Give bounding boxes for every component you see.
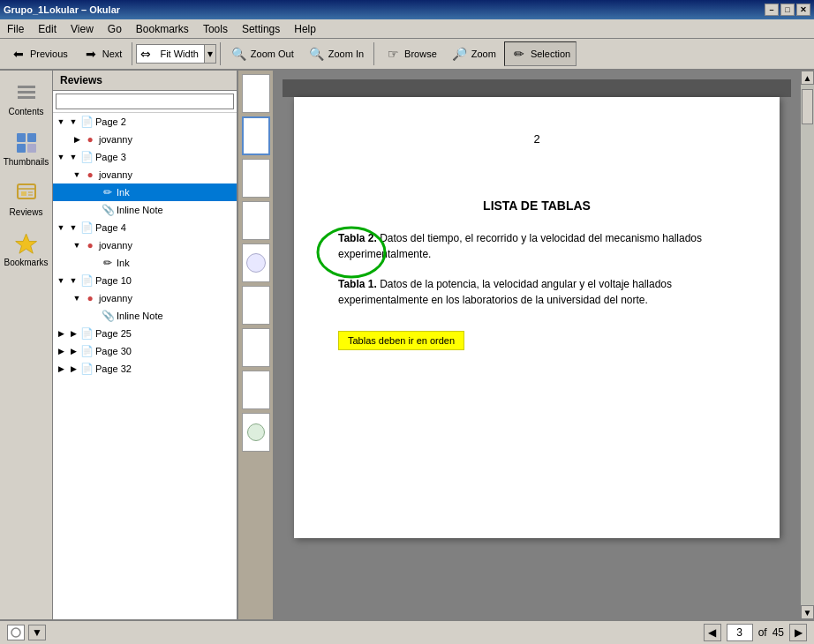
sidebar-item-bookmarks[interactable]: Bookmarks — [4, 225, 49, 272]
expander2-page25[interactable]: ▶ — [67, 327, 79, 340]
expander-jovanny2[interactable]: ▶ — [71, 133, 83, 146]
thumbnail-2[interactable] — [242, 116, 270, 155]
selection-button[interactable]: ✏ Selection — [504, 41, 577, 66]
expander2-page2[interactable]: ▼ — [67, 116, 79, 128]
scroll-thumb[interactable] — [802, 89, 813, 124]
tree-inlinenote10[interactable]: 📎 Inline Note — [53, 307, 237, 325]
tree-ink3[interactable]: ✏ Ink — [53, 183, 237, 201]
thumbnail-9[interactable] — [242, 413, 270, 452]
minimize-button[interactable]: – — [765, 4, 779, 16]
page-number-input[interactable]: 3 — [727, 624, 753, 641]
content-area: 2 LISTA DE TABLAS Tabla 2. Datos del tie… — [274, 71, 800, 619]
zoom-in-label: Zoom In — [328, 49, 364, 59]
tree-page3[interactable]: ▼ ▼ 📄 Page 3 — [53, 148, 237, 166]
menu-help[interactable]: Help — [289, 21, 321, 37]
expander-page30[interactable]: ▶ — [55, 345, 67, 357]
expander2-page4[interactable]: ▼ — [67, 221, 79, 234]
tree-page32[interactable]: ▶ ▶ 📄 Page 32 — [53, 360, 237, 378]
bookmarks-label: Bookmarks — [4, 258, 49, 267]
tree-ink4[interactable]: ✏ Ink — [53, 254, 237, 272]
sidebar-item-contents[interactable]: Contents — [4, 74, 49, 121]
close-button[interactable]: ✕ — [796, 4, 810, 16]
browse-button[interactable]: ☞ Browse — [378, 41, 443, 66]
expander2-page32[interactable]: ▶ — [67, 363, 79, 375]
expander-page32[interactable]: ▶ — [55, 363, 67, 375]
menu-view[interactable]: View — [65, 21, 99, 37]
zoom-out-button[interactable]: 🔍 Zoom Out — [224, 41, 300, 66]
nav-prev-button[interactable]: ◀ — [704, 624, 721, 641]
inlinenote3-label: Inline Note — [115, 205, 163, 215]
expander-page10[interactable]: ▼ — [55, 274, 67, 287]
scroll-down-button[interactable]: ▼ — [801, 605, 814, 619]
thumbnail-6[interactable] — [242, 286, 270, 325]
scroll-track[interactable] — [801, 85, 814, 605]
tree-jovanny2[interactable]: ▶ ● jovanny — [53, 131, 237, 148]
expander-inlinenote3[interactable] — [88, 204, 101, 216]
thumbnail-3[interactable] — [242, 159, 270, 198]
previous-button[interactable]: ⬅ Previous — [4, 41, 74, 66]
expander-page2[interactable]: ▼ — [55, 116, 67, 128]
expander-ink4[interactable] — [88, 257, 101, 269]
fit-width-dropdown[interactable]: ▾ — [204, 45, 215, 63]
reviews-panel-header: Reviews — [53, 71, 237, 91]
expander-page4[interactable]: ▼ — [55, 221, 67, 234]
thumbnail-4[interactable] — [242, 201, 270, 240]
svg-marker-12 — [15, 234, 36, 253]
thumbnail-7[interactable] — [242, 328, 270, 367]
expander-jovanny3[interactable]: ▼ — [71, 168, 83, 181]
zoom-button[interactable]: 🔎 Zoom — [445, 41, 502, 66]
selection-label: Selection — [531, 49, 570, 59]
menu-settings[interactable]: Settings — [237, 21, 285, 37]
browse-icon: ☞ — [384, 45, 402, 63]
user-icon-3: ● — [83, 168, 97, 182]
nav-next-button[interactable]: ▶ — [789, 624, 807, 641]
tree-jovanny10[interactable]: ▼ ● jovanny — [53, 289, 237, 307]
page32-label: Page 32 — [94, 363, 132, 374]
sidebar-item-reviews[interactable]: Reviews — [4, 175, 49, 221]
expander2-page3[interactable]: ▼ — [67, 151, 79, 163]
thumbnail-1[interactable] — [242, 74, 270, 113]
zoom-icon: 🔎 — [451, 45, 469, 63]
expander-page25[interactable]: ▶ — [55, 327, 67, 340]
expander-jovanny4[interactable]: ▼ — [71, 239, 83, 251]
tree-page10[interactable]: ▼ ▼ 📄 Page 10 — [53, 272, 237, 289]
contents-icon — [12, 79, 41, 107]
thumbnail-5[interactable] — [242, 243, 270, 282]
menu-file[interactable]: File — [2, 21, 29, 37]
expander2-page10[interactable]: ▼ — [67, 274, 79, 287]
zoom-in-button[interactable]: 🔍 Zoom In — [302, 41, 370, 66]
reviews-search-input[interactable] — [56, 94, 234, 109]
expander-page3[interactable]: ▼ — [55, 151, 67, 163]
maximize-button[interactable]: □ — [780, 4, 795, 16]
tree-jovanny3[interactable]: ▼ ● jovanny — [53, 166, 237, 183]
browse-label: Browse — [404, 49, 437, 59]
menu-bookmarks[interactable]: Bookmarks — [131, 21, 194, 37]
tree-page30[interactable]: ▶ ▶ 📄 Page 30 — [53, 342, 237, 360]
thumbnail-8[interactable] — [242, 371, 270, 409]
note-icon-3: 📎 — [101, 203, 115, 217]
svg-rect-9 — [21, 191, 26, 196]
tree-jovanny4[interactable]: ▼ ● jovanny — [53, 236, 237, 254]
scroll-up-button[interactable]: ▲ — [801, 71, 814, 85]
menu-go[interactable]: Go — [102, 21, 127, 37]
tree-page25[interactable]: ▶ ▶ 📄 Page 25 — [53, 325, 237, 342]
next-button[interactable]: ➡ Next — [76, 41, 129, 66]
expander-jovanny10[interactable]: ▼ — [71, 292, 83, 304]
tree-inlinenote3[interactable]: 📎 Inline Note — [53, 201, 237, 219]
svg-rect-4 — [27, 133, 36, 142]
page10-label: Page 10 — [94, 275, 132, 286]
page3-label: Page 3 — [94, 152, 126, 162]
menu-edit[interactable]: Edit — [33, 21, 62, 37]
svg-rect-6 — [27, 144, 36, 153]
expander2-page30[interactable]: ▶ — [67, 345, 79, 357]
tree-page2[interactable]: ▼ ▼ 📄 Page 2 — [53, 113, 237, 131]
page25-icon: 📄 — [79, 326, 94, 341]
status-arrow-btn[interactable]: ▼ — [28, 625, 46, 640]
tree-page4[interactable]: ▼ ▼ 📄 Page 4 — [53, 219, 237, 236]
menu-tools[interactable]: Tools — [198, 21, 233, 37]
user-icon-4: ● — [83, 238, 97, 252]
sidebar-item-thumbnails[interactable]: Thumbnails — [4, 124, 49, 171]
expander-inlinenote10[interactable] — [88, 310, 101, 322]
expander-ink3[interactable] — [88, 186, 101, 198]
fit-width-combo[interactable]: ⇔ Fit Width ▾ — [136, 44, 215, 64]
